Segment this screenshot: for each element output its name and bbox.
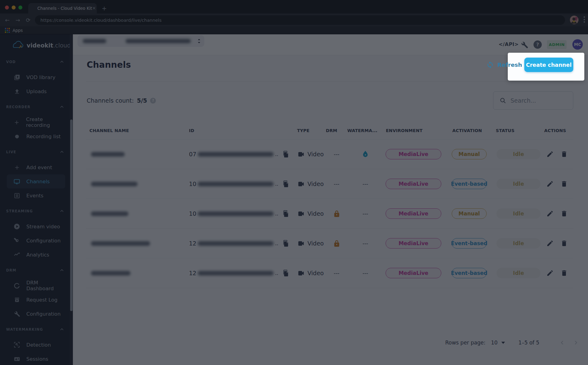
refresh-sync-icon <box>486 61 494 69</box>
refresh-button[interactable]: Refresh <box>486 61 522 69</box>
create-channel-button[interactable]: Create channel <box>524 58 573 72</box>
screen: Channels - Cloud Video Kit ✕ + ← → ⟳ htt… <box>0 0 588 365</box>
refresh-label: Refresh <box>497 62 522 68</box>
tutorial-dim-overlay <box>0 0 588 365</box>
